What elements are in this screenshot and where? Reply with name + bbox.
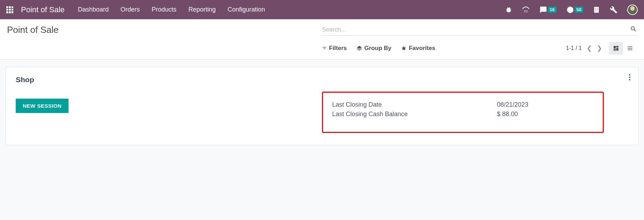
highlight-box: Last Closing Date 08/21/2023 Last Closin… [322, 92, 604, 133]
topbar-right: 16 50 [505, 5, 638, 15]
list-view-button[interactable] [623, 42, 637, 55]
nav-products[interactable]: Products [152, 6, 177, 13]
favorites-label: Favorites [409, 45, 435, 52]
breadcrumb: Point of Sale [7, 24, 322, 35]
activities-icon[interactable]: 50 [566, 6, 583, 14]
card-title: Shop [16, 76, 628, 84]
pager-count: 1-1 / 1 [566, 45, 582, 51]
new-session-button[interactable]: NEW SESSION [16, 99, 69, 113]
nav-configuration[interactable]: Configuration [228, 6, 265, 13]
debug-icon[interactable] [505, 6, 512, 13]
pager-next-icon[interactable]: ❯ [597, 44, 602, 52]
view-toggle [609, 42, 637, 55]
favorites-button[interactable]: Favorites [401, 45, 435, 52]
app-title[interactable]: Point of Sale [21, 5, 65, 14]
closing-date-label: Last Closing Date [332, 101, 497, 108]
messages-icon[interactable]: 16 [539, 6, 556, 14]
phone-icon[interactable] [522, 6, 530, 14]
closing-balance-value: $ 88.00 [497, 111, 594, 118]
control-panel: Point of Sale Filters Group By Favorites [0, 19, 644, 60]
card-menu-icon[interactable] [629, 74, 630, 80]
nav-reporting[interactable]: Reporting [188, 6, 216, 13]
closing-date-value: 08/21/2023 [497, 101, 594, 108]
top-navbar: Point of Sale Dashboard Orders Products … [0, 0, 644, 19]
filters-button[interactable]: Filters [322, 45, 347, 52]
nav-orders[interactable]: Orders [121, 6, 140, 13]
search-wrap [322, 24, 637, 36]
apps-grid-icon[interactable] [6, 6, 13, 13]
activities-badge: 50 [575, 7, 583, 13]
messages-badge: 16 [548, 7, 556, 13]
tools-icon[interactable] [610, 6, 617, 14]
search-icon[interactable] [630, 26, 637, 34]
building-icon[interactable] [593, 6, 600, 13]
content-area: Shop NEW SESSION Last Closing Date 08/21… [0, 60, 644, 152]
closing-balance-row: Last Closing Cash Balance $ 88.00 [332, 111, 594, 118]
groupby-label: Group By [364, 45, 391, 52]
groupby-button[interactable]: Group By [357, 45, 391, 52]
pos-card: Shop NEW SESSION Last Closing Date 08/21… [6, 67, 638, 145]
user-avatar[interactable] [627, 5, 638, 15]
kanban-view-button[interactable] [609, 42, 623, 55]
filters-label: Filters [329, 45, 347, 52]
search-input[interactable] [322, 26, 630, 33]
pager-prev-icon[interactable]: ❮ [587, 44, 592, 52]
closing-date-row: Last Closing Date 08/21/2023 [332, 101, 594, 108]
nav-dashboard[interactable]: Dashboard [78, 6, 109, 13]
pager: 1-1 / 1 ❮ ❯ [566, 44, 602, 52]
closing-balance-label: Last Closing Cash Balance [332, 111, 497, 118]
